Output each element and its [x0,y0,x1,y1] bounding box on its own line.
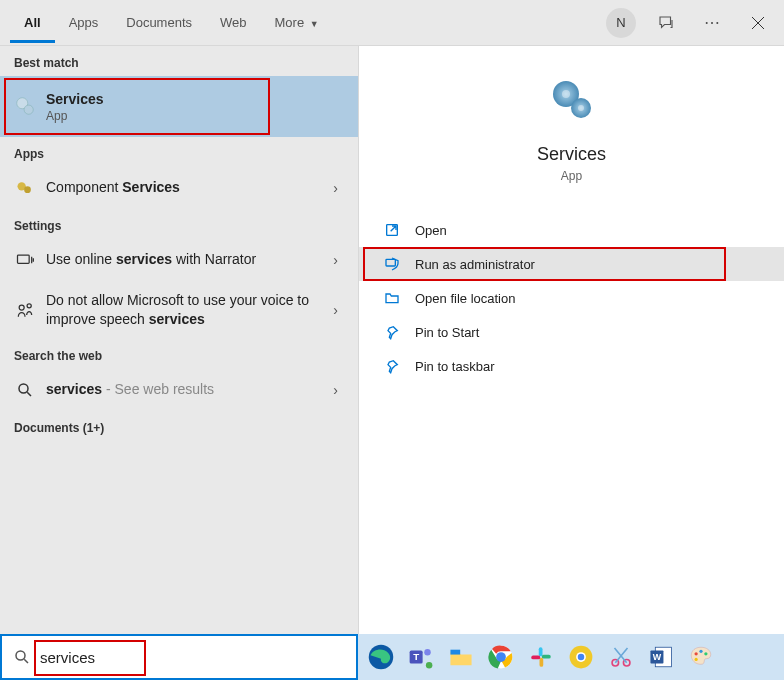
action-label: Pin to Start [415,325,479,340]
speech-icon [14,299,36,321]
section-documents: Documents (1+) [0,411,358,441]
preview-title: Services [537,144,606,165]
search-icon [14,379,36,401]
tab-apps[interactable]: Apps [55,3,113,43]
result-label: services - See web results [46,380,327,399]
close-icon[interactable] [742,7,774,39]
search-filter-tabs: All Apps Documents Web More ▼ [10,3,333,43]
open-icon [383,221,401,239]
folder-icon [383,289,401,307]
svg-point-19 [424,649,431,656]
taskbar: T W [358,634,784,680]
result-speech-services[interactable]: Do not allow Microsoft to use your voice… [0,281,358,339]
svg-point-39 [704,652,707,655]
best-match-result[interactable]: Services App [0,76,358,137]
action-run-as-administrator[interactable]: Run as administrator [359,247,784,281]
svg-point-37 [695,652,698,655]
action-pin-to-taskbar[interactable]: Pin to taskbar [359,349,784,383]
action-open-file-location[interactable]: Open file location [359,281,784,315]
result-narrator-services[interactable]: Use online services with Narrator › [0,239,358,281]
more-options-icon[interactable]: ⋯ [696,7,728,39]
section-search-web: Search the web [0,339,358,369]
svg-point-14 [16,651,25,660]
svg-point-20 [426,662,433,669]
svg-rect-4 [18,255,30,263]
svg-rect-27 [540,658,544,667]
action-label: Run as administrator [415,257,535,272]
results-panel: Best match Services App Apps Component S… [0,46,358,634]
result-web-services[interactable]: services - See web results › [0,369,358,411]
search-bar[interactable] [0,634,358,680]
tab-more[interactable]: More ▼ [261,3,333,43]
search-input[interactable] [40,649,346,666]
annotation-box [4,78,270,135]
taskbar-edge-icon[interactable] [364,640,398,674]
preview-panel: Services App Open Run as administrator O… [358,46,784,634]
services-large-icon [548,76,596,124]
preview-hero: Services App [359,66,784,207]
svg-point-9 [562,90,570,98]
svg-text:T: T [413,651,419,662]
pin-icon [383,323,401,341]
result-label: Component Services [46,178,327,197]
svg-point-40 [695,658,698,661]
section-apps: Apps [0,137,358,167]
tab-all[interactable]: All [10,3,55,43]
narrator-icon [14,249,36,271]
svg-point-5 [19,305,24,310]
taskbar-teams-icon[interactable]: T [404,640,438,674]
action-pin-to-start[interactable]: Pin to Start [359,315,784,349]
taskbar-word-icon[interactable]: W [644,640,678,674]
taskbar-paint-icon[interactable] [684,640,718,674]
section-settings: Settings [0,209,358,239]
section-best-match: Best match [0,46,358,76]
feedback-icon[interactable] [650,7,682,39]
svg-point-6 [27,304,31,308]
svg-rect-13 [386,259,395,266]
action-label: Pin to taskbar [415,359,495,374]
result-label: Use online services with Narrator [46,250,327,269]
search-icon [12,647,32,667]
chevron-right-icon[interactable]: › [327,382,344,398]
taskbar-chrome-canary-icon[interactable] [564,640,598,674]
svg-point-11 [578,105,584,111]
svg-rect-21 [450,650,460,655]
chevron-right-icon[interactable]: › [327,302,344,318]
svg-point-7 [19,384,28,393]
admin-icon [383,255,401,273]
taskbar-snip-icon[interactable] [604,640,638,674]
taskbar-chrome-icon[interactable] [484,640,518,674]
taskbar-explorer-icon[interactable] [444,640,478,674]
user-avatar[interactable]: N [606,8,636,38]
svg-text:W: W [653,652,662,662]
component-services-icon [14,177,36,199]
tab-web[interactable]: Web [206,3,261,43]
tab-documents[interactable]: Documents [112,3,206,43]
chevron-right-icon[interactable]: › [327,252,344,268]
pin-icon [383,357,401,375]
action-label: Open file location [415,291,515,306]
preview-actions: Open Run as administrator Open file loca… [359,207,784,389]
svg-point-31 [578,654,585,661]
svg-rect-25 [539,647,543,656]
svg-point-38 [699,650,702,653]
result-label: Do not allow Microsoft to use your voice… [46,291,327,329]
svg-rect-26 [542,655,551,659]
action-open[interactable]: Open [359,213,784,247]
top-right-controls: N ⋯ [606,7,774,39]
preview-subtitle: App [561,169,582,183]
chevron-down-icon: ▼ [310,19,319,29]
chevron-right-icon[interactable]: › [327,180,344,196]
result-component-services[interactable]: Component Services › [0,167,358,209]
action-label: Open [415,223,447,238]
taskbar-slack-icon[interactable] [524,640,558,674]
svg-rect-28 [531,656,540,660]
main-area: Best match Services App Apps Component S… [0,46,784,634]
top-tab-bar: All Apps Documents Web More ▼ N ⋯ [0,0,784,46]
svg-point-3 [24,186,31,193]
